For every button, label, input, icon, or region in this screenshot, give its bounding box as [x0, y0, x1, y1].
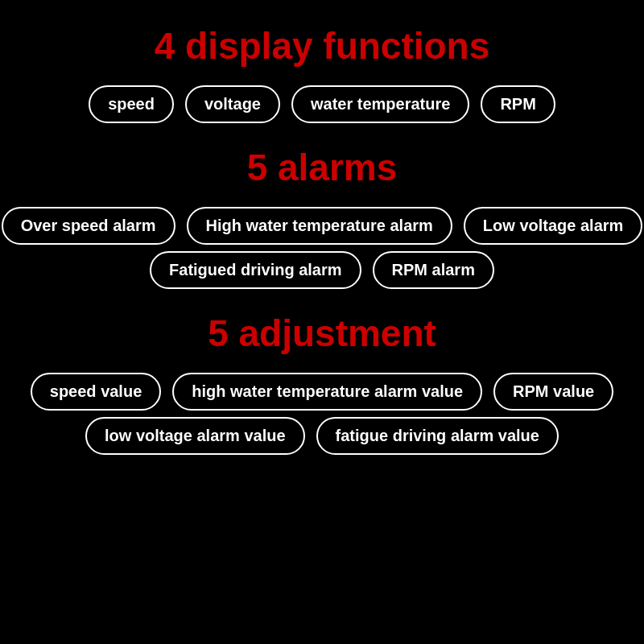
badges-row-alarms-1: Over speed alarm High water temperature … [2, 207, 643, 245]
badge-rpm: RPM [481, 85, 555, 123]
badge-high-water-temperature-alarm-value: high water temperature alarm value [172, 373, 482, 411]
section-display-functions: 4 display functions speed voltage water … [0, 0, 644, 138]
badge-speed: speed [89, 85, 174, 123]
badge-low-voltage-alarm: Low voltage alarm [464, 207, 643, 245]
badges-row-display-1: speed voltage water temperature RPM [89, 85, 555, 123]
badge-low-voltage-alarm-value: low voltage alarm value [85, 417, 305, 455]
section-title-adjustment: 5 adjustment [208, 312, 436, 355]
badges-row-adjustment-2: low voltage alarm value fatigue driving … [85, 417, 559, 455]
section-title-display-functions: 4 display functions [155, 24, 490, 68]
badge-high-water-temperature-alarm: High water temperature alarm [187, 207, 452, 245]
section-adjustment: 5 adjustment speed value high water temp… [0, 303, 644, 469]
badges-row-adjustment-1: speed value high water temperature alarm… [31, 373, 613, 411]
badge-speed-value: speed value [31, 373, 162, 411]
badge-voltage: voltage [185, 85, 280, 123]
badge-fatigued-driving-alarm: Fatigued driving alarm [150, 251, 361, 289]
badge-over-speed-alarm: Over speed alarm [2, 207, 175, 245]
section-title-alarms: 5 alarms [247, 146, 398, 189]
badge-fatigue-driving-alarm-value: fatigue driving alarm value [316, 417, 559, 455]
badge-rpm-alarm: RPM alarm [373, 251, 494, 289]
badge-water-temperature: water temperature [291, 85, 469, 123]
badges-row-alarms-2: Fatigued driving alarm RPM alarm [150, 251, 494, 289]
section-alarms: 5 alarms Over speed alarm High water tem… [0, 138, 644, 303]
badge-rpm-value: RPM value [493, 373, 613, 411]
